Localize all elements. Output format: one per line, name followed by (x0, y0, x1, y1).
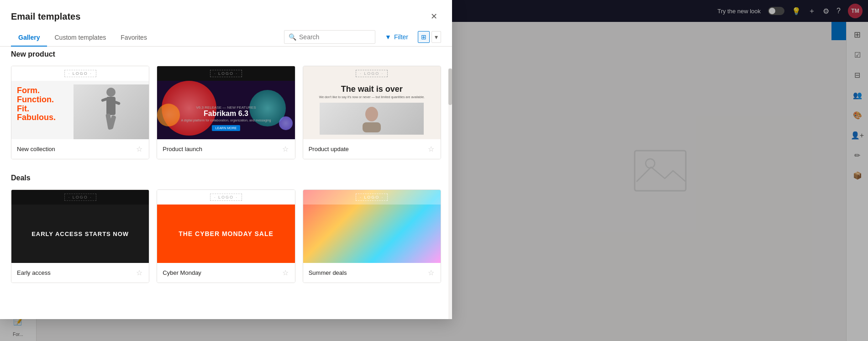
pl-cta: LEARN MORE (212, 125, 240, 131)
template-thumbnail-product-update: · LOGO · The wait is over We don't like … (303, 66, 441, 139)
email-templates-modal: Email templates ✕ Gallery Custom templat… (0, 0, 452, 319)
pu-image (320, 103, 424, 135)
template-card-new-collection[interactable]: · LOGO · Form. Function. Fit. Fabulous. (11, 66, 149, 159)
cm-logo: · LOGO · (210, 194, 242, 201)
pu-logo: · LOGO · (356, 70, 388, 77)
preview-placeholder (633, 149, 688, 193)
filter-button[interactable]: ▼ Filter (379, 30, 414, 44)
cm-favorite-btn[interactable]: ☆ (281, 268, 289, 278)
modal-header: Email templates ✕ (0, 0, 452, 24)
cyber-monday-preview: · LOGO · the cyber monday sale (157, 190, 295, 263)
cm-logo-bar: · LOGO · (157, 190, 295, 205)
template-grid-new-product: · LOGO · Form. Function. Fit. Fabulous. (11, 66, 441, 159)
modal-body: New product · LOGO · Form. (0, 47, 452, 319)
nc-logo: · LOGO · (64, 70, 96, 77)
section-title-new-product: New product (11, 50, 441, 58)
svg-rect-1 (106, 97, 116, 115)
modal-tabs: Gallery Custom templates Favorites 🔍 ▼ F… (0, 29, 452, 47)
dc-content (303, 205, 441, 263)
dc-favorite-btn[interactable]: ☆ (427, 268, 435, 278)
template-thumbnail-product-launch: · LOGO · (157, 66, 295, 139)
nc-text: Form. Function. Fit. Fabulous. (11, 81, 61, 139)
tab-favorites[interactable]: Favorites (113, 29, 154, 47)
nc-name: New collection (17, 146, 55, 152)
template-thumbnail-deals-dark: · LOGO · EARLY ACCESS STARTS NOW (11, 190, 149, 263)
dc-logo: · LOGO · (356, 194, 388, 201)
dd-logo: · LOGO · (64, 194, 96, 201)
pl-subtitle: V6.3 RELEASE — NEW FEATURES (161, 105, 291, 110)
nc-person-svg (97, 87, 125, 137)
new-collection-preview: · LOGO · Form. Function. Fit. Fabulous. (11, 66, 149, 139)
template-thumbnail-new-collection: · LOGO · Form. Function. Fit. Fabulous. (11, 66, 149, 139)
modal-overlay: Email templates ✕ Gallery Custom templat… (0, 0, 868, 341)
dc-footer: Summer deals ☆ (303, 263, 441, 283)
preview-pane (452, 0, 868, 341)
pu-name: Product update (309, 146, 349, 152)
pu-favorite-btn[interactable]: ☆ (427, 144, 435, 154)
pu-title: The wait is over (341, 84, 403, 94)
deals-dark-preview: · LOGO · EARLY ACCESS STARTS NOW (11, 190, 149, 263)
svg-point-6 (365, 107, 378, 121)
tab-custom-templates[interactable]: Custom templates (47, 29, 113, 47)
pl-logo: · LOGO · (210, 70, 242, 77)
pl-logo-bar: · LOGO · (157, 66, 295, 81)
grid-view-btn[interactable]: ⊞ (418, 31, 430, 43)
cm-banner: the cyber monday sale (157, 205, 295, 263)
nc-logo-bar: · LOGO · (11, 66, 149, 81)
dc-logo-bar: · LOGO · (303, 190, 441, 205)
cm-footer: Cyber Monday ☆ (157, 263, 295, 283)
modal-scrollbar-thumb[interactable] (448, 68, 452, 105)
svg-point-9 (646, 159, 655, 168)
template-search-wrap: 🔍 (284, 30, 375, 44)
pl-footer: Product launch ☆ (157, 139, 295, 159)
deals-colorful-preview: · LOGO · (303, 190, 441, 263)
template-search-input[interactable] (284, 30, 375, 44)
pu-content: The wait is over We don't like to say it… (303, 81, 441, 139)
modal-title: Email templates (11, 11, 80, 22)
preview-image-icon (633, 149, 688, 193)
modal-close-button[interactable]: ✕ (426, 9, 441, 24)
nc-footer: New collection ☆ (11, 139, 149, 159)
dd-name: Early access (17, 269, 51, 276)
pl-name: Product launch (163, 146, 202, 152)
dc-name: Summer deals (309, 269, 347, 276)
dd-favorite-btn[interactable]: ☆ (135, 268, 143, 278)
tab-gallery[interactable]: Gallery (11, 29, 47, 47)
pl-favorite-btn[interactable]: ☆ (281, 144, 289, 154)
pu-footer: Product update ☆ (303, 139, 441, 159)
view-toggle: ⊞ ▾ (418, 31, 441, 43)
template-card-product-update[interactable]: · LOGO · The wait is over We don't like … (303, 66, 441, 159)
pu-person-svg (358, 105, 385, 132)
template-card-product-launch[interactable]: · LOGO · (157, 66, 295, 159)
nc-heading: Form. Function. Fit. Fabulous. (17, 86, 56, 122)
pu-subtitle: We don't like to say it's now or never —… (319, 95, 425, 99)
dd-text: EARLY ACCESS STARTS NOW (32, 231, 129, 237)
template-card-cyber-monday[interactable]: · LOGO · the cyber monday sale Cyber Mon… (157, 189, 295, 283)
modal-scrollbar-track (448, 68, 452, 319)
template-thumbnail-deals-colorful: · LOGO · (303, 190, 441, 263)
svg-point-0 (106, 88, 116, 97)
pl-desc: A digital platform for collaboration, or… (161, 119, 291, 122)
nc-favorite-btn[interactable]: ☆ (135, 144, 143, 154)
template-card-deals-colorful[interactable]: · LOGO · Summer deals ☆ (303, 189, 441, 283)
dd-footer: Early access ☆ (11, 263, 149, 283)
cm-name: Cyber Monday (163, 269, 201, 276)
pu-logo-bar: · LOGO · (303, 66, 441, 81)
product-launch-preview: · LOGO · (157, 66, 295, 139)
pl-title: Fabrikam 6.3 (161, 110, 291, 118)
template-grid-deals: · LOGO · EARLY ACCESS STARTS NOW Early a… (11, 189, 441, 283)
template-card-deals-dark[interactable]: · LOGO · EARLY ACCESS STARTS NOW Early a… (11, 189, 149, 283)
nc-content: Form. Function. Fit. Fabulous. (11, 81, 149, 139)
dd-logo-bar: · LOGO · (11, 190, 149, 205)
filter-icon: ▼ (385, 33, 391, 41)
dd-content: EARLY ACCESS STARTS NOW (11, 205, 149, 263)
pl-text-content: V6.3 RELEASE — NEW FEATURES Fabrikam 6.3… (157, 102, 295, 135)
template-search-icon: 🔍 (289, 33, 296, 41)
product-update-preview: · LOGO · The wait is over We don't like … (303, 66, 441, 139)
pl-hero: V6.3 RELEASE — NEW FEATURES Fabrikam 6.3… (157, 81, 295, 139)
section-title-deals: Deals (11, 174, 441, 182)
nc-image (74, 84, 149, 139)
template-thumbnail-cyber-monday: · LOGO · the cyber monday sale (157, 190, 295, 263)
view-dropdown-btn[interactable]: ▾ (431, 31, 441, 43)
svg-rect-7 (363, 122, 381, 132)
